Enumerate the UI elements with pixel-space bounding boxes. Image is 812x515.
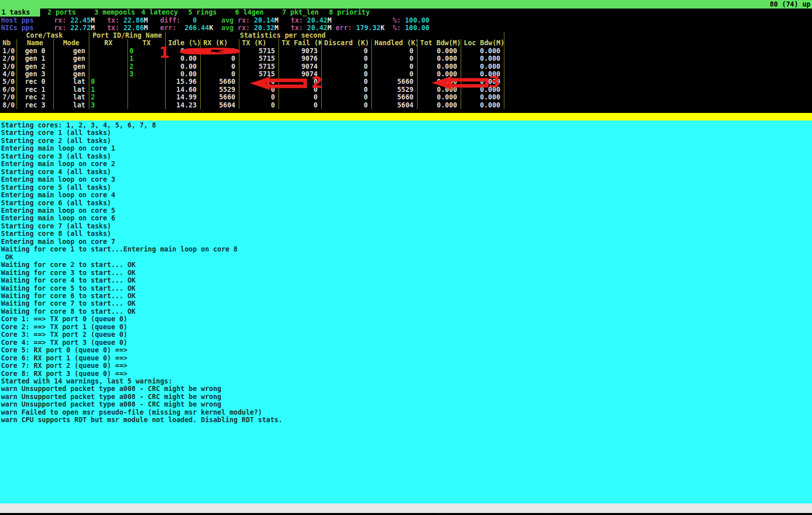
stat-segment: 266.44 xyxy=(185,24,209,32)
table-cell-r6-c4: 1 xyxy=(89,86,128,93)
stat-segment: err: xyxy=(336,24,352,32)
table-cell-r4-c10: 0 xyxy=(322,70,372,78)
table-col-header-tot-bdw-m-: Tot Bdw(M) xyxy=(418,39,461,47)
table-cell-r8-c1: 8/0 xyxy=(0,101,17,109)
stat-segment: 22.45 xyxy=(70,16,91,24)
stat-segment: 20.32 xyxy=(254,24,275,32)
log-area[interactable]: Starting cores: 1, 2, 3, 4, 5, 6, 7, 8 S… xyxy=(0,120,812,503)
stat-segment: 179.32 xyxy=(356,24,380,32)
table-cell-r2-c9: 9076 xyxy=(279,55,322,62)
tab-3-mempools[interactable]: 3 mempools xyxy=(94,9,141,17)
annotation-arrow-left-icon xyxy=(249,76,308,91)
table-col-header-rx: RX xyxy=(89,39,128,47)
stat-segment: 22.86 xyxy=(123,24,144,32)
table-cell-r3-c2: gen 2 xyxy=(17,63,54,70)
stat-segment: 22.72 xyxy=(70,24,91,32)
table-cell-r6-c2: rec 1 xyxy=(17,86,54,93)
tab-8-priority[interactable]: 8 priority xyxy=(329,9,376,17)
log-text: Starting cores: 1, 2, 3, 4, 5, 6, 7, 8 S… xyxy=(0,120,812,424)
table-cell-r7-c4: 2 xyxy=(89,93,128,101)
stat-segment xyxy=(95,16,107,24)
table-cell-r6-c6: 14.60 xyxy=(166,86,201,93)
table-cell-r8-c3: lat xyxy=(54,101,89,109)
stat-segment: M xyxy=(327,16,331,24)
tab-1-tasks[interactable]: 1 tasks xyxy=(0,9,40,17)
table-cell-r3-c1: 3/0 xyxy=(0,63,17,70)
table-cell-r7-c10: 0 xyxy=(322,93,372,101)
stat-segment xyxy=(303,24,307,32)
table-cell-r3-c9: 9074 xyxy=(279,63,322,70)
stat-segment xyxy=(401,16,405,24)
tab-6-l4gen[interactable]: 6 l4gen xyxy=(235,9,282,17)
tab-4-latency[interactable]: 4 latency xyxy=(141,9,188,17)
stat-segment: rx: xyxy=(54,16,66,24)
table-cell-r4-c7: 0 xyxy=(201,70,239,78)
table-cell-r8-c2: rec 3 xyxy=(17,101,54,109)
tab-5-rings[interactable]: 5 rings xyxy=(188,9,235,17)
stat-segment xyxy=(148,16,160,24)
table-cell-r2-c13: 0.000 xyxy=(461,55,504,62)
stat-segment: M xyxy=(275,16,279,24)
table-cell-r7-c5 xyxy=(128,93,166,101)
table-cell-r6-c1: 6/0 xyxy=(0,86,17,93)
stat-segment: Host pps xyxy=(1,16,34,24)
table-cell-r1-c11: 0 xyxy=(372,47,418,55)
annotation-number-1: 1 xyxy=(159,45,170,60)
table-cell-r8-c4: 3 xyxy=(89,101,128,109)
table-cell-r7-c12: 0.000 xyxy=(418,93,461,101)
table-cell-r3-c3: gen xyxy=(54,63,89,70)
table-cell-r8-c11: 5604 xyxy=(372,101,418,109)
stat-segment: M xyxy=(327,24,331,32)
table-cell-r3-c13: 0.000 xyxy=(461,63,504,70)
tab-7-pkt_len[interactable]: 7 pkt_len xyxy=(282,9,329,17)
table-group-header-3: Statistics per second xyxy=(166,32,504,39)
table-col-header-handled-k-: Handled (K) xyxy=(372,39,418,47)
table-cell-r8-c12: 0.000 xyxy=(418,101,461,109)
table-cell-r4-c5: 3 xyxy=(128,70,166,78)
stat-segment: 20.42 xyxy=(307,16,328,24)
stat-segment: NICs pps xyxy=(1,24,34,32)
annotation-number-3: 3 xyxy=(489,74,500,90)
table-cell-r2-c10: 0 xyxy=(322,55,372,62)
stat-segment: M xyxy=(144,16,148,24)
stat-segment xyxy=(401,24,405,32)
table-cell-r1-c9: 9073 xyxy=(279,47,322,55)
tab-2-ports[interactable]: 2 ports xyxy=(47,9,94,17)
stat-segment: tx: xyxy=(291,16,303,24)
table-cell-r6-c7: 5529 xyxy=(201,86,239,93)
table-cell-r5-c11: 5660 xyxy=(372,78,418,85)
ports-up-status: 80 (74) up xyxy=(770,0,810,9)
stat-segment: 20.42 xyxy=(307,24,328,32)
prox-terminal-screen[interactable]: { "title_bar": { "app_title": "prox v0.3… xyxy=(0,0,812,515)
stat-segment: tx: xyxy=(107,16,119,24)
table-cell-r3-c10: 0 xyxy=(322,63,372,70)
table-cell-r8-c9: 0 xyxy=(279,101,322,109)
stats-table: Core/TaskPort ID/Ring NameStatistics per… xyxy=(0,32,504,109)
host-pps-line: Host pps rx: 22.45M tx: 22.86M diff: 0 a… xyxy=(1,17,430,24)
stat-segment: %: xyxy=(393,16,401,24)
stat-segment: M xyxy=(144,24,148,32)
table-cell-r3-c12: 0.000 xyxy=(418,63,461,70)
stat-segment: avg xyxy=(221,16,233,24)
table-cell-r1-c3: gen xyxy=(54,47,89,55)
table-cell-r4-c6: 0.00 xyxy=(166,70,201,78)
table-cell-r1-c12: 0.000 xyxy=(418,47,461,55)
table-cell-r6-c10: 0 xyxy=(322,86,372,93)
stat-segment xyxy=(250,16,254,24)
table-cell-r5-c2: rec 0 xyxy=(17,78,54,85)
table-col-header-tx-k-: TX (K) xyxy=(239,39,279,47)
table-cell-r8-c6: 14.23 xyxy=(166,101,201,109)
table-cell-r2-c3: gen xyxy=(54,55,89,62)
table-col-header-rx-k-: RX (K) xyxy=(201,39,239,47)
table-cell-r5-c7: 5660 xyxy=(201,78,239,85)
table-cell-r6-c3: lat xyxy=(54,86,89,93)
table-cell-r1-c8: 5715 xyxy=(239,47,279,55)
table-cell-r1-c10: 0 xyxy=(322,47,372,55)
table-cell-r5-c6: 15.96 xyxy=(166,78,201,85)
table-cell-r3-c4 xyxy=(89,63,128,70)
table-cell-r4-c4 xyxy=(89,70,128,78)
table-cell-r7-c7: 5660 xyxy=(201,93,239,101)
title-bar: prox v0.39: Basic Gen x4 80 (74) up xyxy=(0,0,812,9)
stat-segment: M xyxy=(91,24,95,32)
stat-segment: 100.00 xyxy=(405,24,430,32)
